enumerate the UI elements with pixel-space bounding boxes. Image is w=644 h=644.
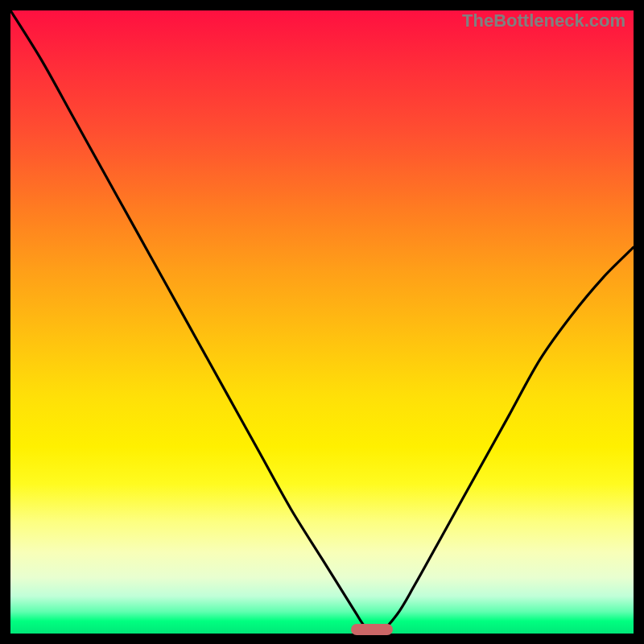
- optimal-range-marker: [351, 624, 393, 635]
- chart-container: TheBottleneck.com: [0, 0, 644, 644]
- plot-area: TheBottleneck.com: [10, 10, 634, 634]
- bottleneck-curve: [10, 10, 634, 634]
